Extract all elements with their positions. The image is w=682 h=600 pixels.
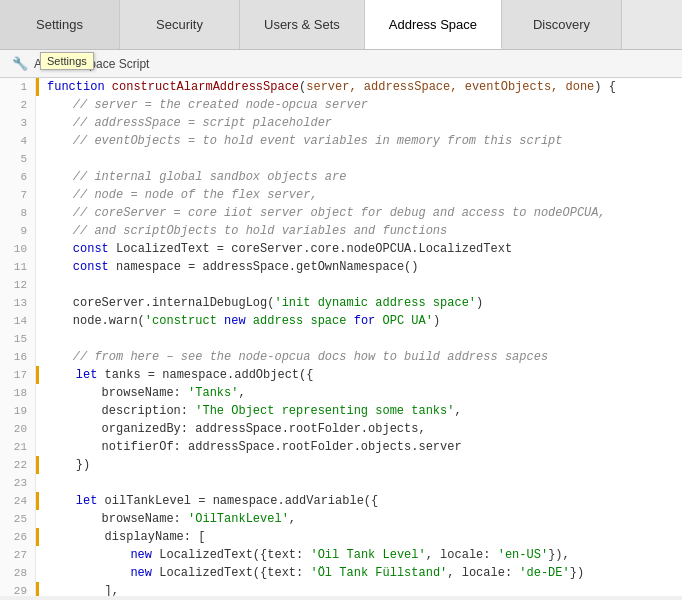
line-content: ], [36, 582, 682, 596]
line-number: 9 [0, 222, 36, 240]
line-number: 28 [0, 564, 36, 582]
tab-bar: Settings Security Users & Sets Address S… [0, 0, 682, 50]
code-line: 19 description: 'The Object representing… [0, 402, 682, 420]
code-line: 11 const namespace = addressSpace.getOwn… [0, 258, 682, 276]
line-number: 6 [0, 168, 36, 186]
line-number: 17 [0, 366, 36, 384]
code-line: 20 organizedBy: addressSpace.rootFolder.… [0, 420, 682, 438]
line-content: // node = node of the flex server, [36, 186, 682, 204]
line-content: // addressSpace = script placeholder [36, 114, 682, 132]
tab-address-space[interactable]: Address Space [365, 0, 502, 49]
line-number: 19 [0, 402, 36, 420]
code-editor[interactable]: 1function constructAlarmAddressSpace(ser… [0, 78, 682, 596]
line-content: browseName: 'Tanks', [36, 384, 682, 402]
code-line: 22 }) [0, 456, 682, 474]
line-number: 13 [0, 294, 36, 312]
code-line: 7 // node = node of the flex server, [0, 186, 682, 204]
code-line: 24 let oilTankLevel = namespace.addVaria… [0, 492, 682, 510]
line-number: 14 [0, 312, 36, 330]
line-number: 11 [0, 258, 36, 276]
code-line: 13 coreServer.internalDebugLog('init dyn… [0, 294, 682, 312]
line-number: 8 [0, 204, 36, 222]
line-content: node.warn('construct new address space f… [36, 312, 682, 330]
code-line: 5 [0, 150, 682, 168]
line-content: // coreServer = core iiot server object … [36, 204, 682, 222]
line-content: // eventObjects = to hold event variable… [36, 132, 682, 150]
code-line: 25 browseName: 'OilTankLevel', [0, 510, 682, 528]
code-line: 21 notifierOf: addressSpace.rootFolder.o… [0, 438, 682, 456]
line-number: 24 [0, 492, 36, 510]
line-number: 5 [0, 150, 36, 168]
code-line: 27 new LocalizedText({text: 'Oil Tank Le… [0, 546, 682, 564]
code-line: 10 const LocalizedText = coreServer.core… [0, 240, 682, 258]
line-content: new LocalizedText({text: 'Oil Tank Level… [36, 546, 682, 564]
line-number: 18 [0, 384, 36, 402]
code-line: 8 // coreServer = core iiot server objec… [0, 204, 682, 222]
line-number: 25 [0, 510, 36, 528]
line-number: 20 [0, 420, 36, 438]
line-number: 23 [0, 474, 36, 492]
code-line: 4 // eventObjects = to hold event variab… [0, 132, 682, 150]
line-number: 4 [0, 132, 36, 150]
tab-users-sets[interactable]: Users & Sets [240, 0, 365, 49]
line-number: 21 [0, 438, 36, 456]
line-content: let oilTankLevel = namespace.addVariable… [36, 492, 682, 510]
line-number: 16 [0, 348, 36, 366]
line-number: 12 [0, 276, 36, 294]
line-content: // server = the created node-opcua serve… [36, 96, 682, 114]
code-line: 29 ], [0, 582, 682, 596]
line-number: 10 [0, 240, 36, 258]
line-number: 7 [0, 186, 36, 204]
code-line: 9 // and scriptObjects to hold variables… [0, 222, 682, 240]
line-number: 2 [0, 96, 36, 114]
line-content: coreServer.internalDebugLog('init dynami… [36, 294, 682, 312]
code-line: 12 [0, 276, 682, 294]
breadcrumb-tooltip: Settings [40, 52, 94, 70]
code-line: 6 // internal global sandbox objects are [0, 168, 682, 186]
line-number: 15 [0, 330, 36, 348]
line-number: 29 [0, 582, 36, 596]
line-content: const LocalizedText = coreServer.core.no… [36, 240, 682, 258]
code-line: 3 // addressSpace = script placeholder [0, 114, 682, 132]
line-number: 26 [0, 528, 36, 546]
line-content: new LocalizedText({text: 'Öl Tank Füllst… [36, 564, 682, 582]
breadcrumb: Settings 🔧 Address Space Script [0, 50, 682, 78]
line-content: // and scriptObjects to hold variables a… [36, 222, 682, 240]
line-content: organizedBy: addressSpace.rootFolder.obj… [36, 420, 682, 438]
line-number: 1 [0, 78, 36, 96]
line-content: description: 'The Object representing so… [36, 402, 682, 420]
code-line: 15 [0, 330, 682, 348]
code-line: 28 new LocalizedText({text: 'Öl Tank Fül… [0, 564, 682, 582]
tab-settings[interactable]: Settings [0, 0, 120, 49]
code-line: 1function constructAlarmAddressSpace(ser… [0, 78, 682, 96]
line-number: 3 [0, 114, 36, 132]
code-line: 2 // server = the created node-opcua ser… [0, 96, 682, 114]
line-content: // internal global sandbox objects are [36, 168, 682, 186]
tab-discovery[interactable]: Discovery [502, 0, 622, 49]
line-content: displayName: [ [36, 528, 682, 546]
line-number: 22 [0, 456, 36, 474]
code-line: 16 // from here – see the node-opcua doc… [0, 348, 682, 366]
line-content: // from here – see the node-opcua docs h… [36, 348, 682, 366]
line-number: 27 [0, 546, 36, 564]
line-content: }) [36, 456, 682, 474]
line-content: notifierOf: addressSpace.rootFolder.obje… [36, 438, 682, 456]
wrench-icon: 🔧 [12, 56, 28, 71]
code-line: 23 [0, 474, 682, 492]
code-line: 17 let tanks = namespace.addObject({ [0, 366, 682, 384]
line-content: let tanks = namespace.addObject({ [36, 366, 682, 384]
line-content: const namespace = addressSpace.getOwnNam… [36, 258, 682, 276]
tab-security[interactable]: Security [120, 0, 240, 49]
code-line: 14 node.warn('construct new address spac… [0, 312, 682, 330]
code-line: 18 browseName: 'Tanks', [0, 384, 682, 402]
line-content: function constructAlarmAddressSpace(serv… [36, 78, 682, 96]
line-content: browseName: 'OilTankLevel', [36, 510, 682, 528]
code-line: 26 displayName: [ [0, 528, 682, 546]
